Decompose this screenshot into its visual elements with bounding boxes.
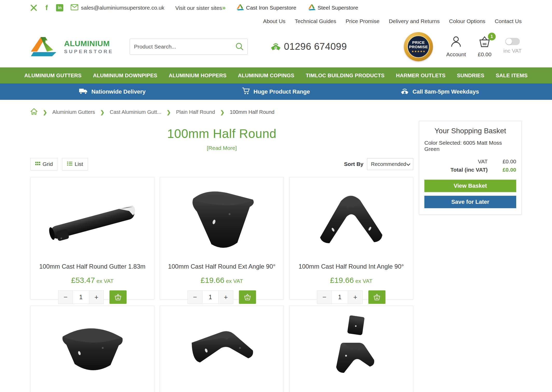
search-box	[130, 39, 248, 55]
twitter-x-icon[interactable]	[30, 4, 37, 11]
qty-plus-button[interactable]: +	[218, 290, 233, 304]
product-image[interactable]	[305, 312, 398, 389]
toolbar: Grid List Sort By Recommended	[30, 158, 413, 170]
product-price: £19.66ex VAT	[201, 276, 243, 285]
breadcrumb-home-icon[interactable]	[30, 108, 38, 116]
nav-sundries[interactable]: SUNDRIES	[457, 73, 484, 79]
phone-number: 01296 674099	[284, 41, 347, 52]
top-bar: f in sales@aluminiumsuperstore.co.uk Vis…	[0, 0, 552, 12]
nav-sale-items[interactable]: SALE ITEMS	[496, 73, 528, 79]
site-logo[interactable]: ALUMINIUM SUPERSTORE	[30, 35, 114, 58]
basket-total: £0.00	[478, 51, 492, 58]
basket-total-row: Total (inc VAT) £0.00	[424, 167, 516, 173]
basket-color-selected: Color Selected: 6005 Matt Moss Green	[424, 140, 516, 152]
logo-text: ALUMINIUM SUPERSTORE	[64, 39, 114, 54]
save-for-later-button[interactable]: Save for Later	[424, 196, 516, 208]
nav-timloc-building-products[interactable]: TIMLOC BUILDING PRODUCTS	[306, 73, 385, 79]
account-label: Account	[446, 51, 466, 58]
product-card: 100mm Cast Half Round Int Angle 90° £19.…	[289, 177, 413, 299]
basket-button[interactable]: 1 £0.00	[478, 36, 492, 58]
basket-count-badge: 1	[488, 33, 496, 40]
qty-minus-button[interactable]: −	[317, 290, 332, 304]
product-card: 100mm Cast Half Round Ext Angle 90° £19.…	[160, 177, 284, 299]
cart-icon	[242, 87, 250, 96]
logo-triangle-icon	[30, 35, 60, 58]
linkedin-icon[interactable]: in	[56, 4, 63, 11]
breadcrumb-aluminium-gutters[interactable]: Aluminium Gutters	[52, 109, 95, 115]
breadcrumb-cast-aluminium-gutters[interactable]: Cast Aluminium Gutt...	[110, 109, 161, 115]
quantity-stepper: − +	[58, 290, 127, 304]
product-card: 100mm Cast Half Round Gutter 1.83m £53.4…	[30, 177, 154, 299]
info-huge-product-range: Huge Product Range	[194, 83, 358, 100]
sister-sites-label: Visit our sister sites»	[175, 4, 225, 11]
list-view-button[interactable]: List	[62, 158, 88, 170]
call-icon	[401, 87, 409, 96]
utility-nav-colour-options[interactable]: Colour Options	[449, 18, 485, 24]
product-price: £53.47ex VAT	[71, 276, 114, 285]
quantity-stepper: − +	[317, 290, 385, 304]
product-image[interactable]	[175, 312, 268, 389]
product-title[interactable]: 100mm Cast Half Round Gutter 1.83m	[39, 263, 146, 270]
vat-toggle[interactable]	[505, 38, 520, 45]
header: ALUMINIUM SUPERSTORE 01296 674099 PRICE …	[30, 29, 522, 67]
facebook-icon[interactable]: f	[45, 4, 48, 11]
product-title[interactable]: 100mm Cast Half Round Ext Angle 90°	[168, 263, 275, 270]
qty-input[interactable]	[73, 290, 89, 304]
read-more-link[interactable]: [Read More]	[30, 145, 413, 151]
account-button[interactable]: Account	[446, 36, 466, 58]
qty-plus-button[interactable]: +	[89, 290, 104, 304]
utility-nav-about[interactable]: About Us	[263, 18, 285, 24]
product-title[interactable]: 100mm Cast Half Round Int Angle 90°	[299, 263, 404, 270]
product-card: 100mm Cast Half Round Non Std Angle	[289, 306, 413, 392]
utility-nav-delivery-returns[interactable]: Delivery and Returns	[389, 18, 440, 24]
search-input[interactable]	[130, 39, 248, 55]
add-to-basket-button[interactable]	[239, 290, 256, 304]
chevron-right-icon: ❯	[100, 109, 105, 115]
chevron-right-icon: ❯	[220, 109, 225, 115]
email-link[interactable]: sales@aluminiumsuperstore.co.uk	[71, 4, 164, 12]
qty-plus-button[interactable]: +	[348, 290, 363, 304]
nav-aluminium-downpipes[interactable]: ALUMINIUM DOWNPIPES	[93, 73, 157, 79]
cast-iron-logo-icon	[237, 4, 244, 12]
product-image[interactable]	[175, 183, 268, 261]
product-price: £19.66ex VAT	[330, 276, 372, 285]
sort-select[interactable]: Recommended	[367, 158, 413, 170]
add-to-basket-button[interactable]	[368, 290, 385, 304]
nav-aluminium-hoppers[interactable]: ALUMINIUM HOPPERS	[169, 73, 226, 79]
basket-widget-title: Your Shopping Basket	[424, 127, 516, 135]
product-image[interactable]	[46, 312, 139, 389]
add-to-basket-button[interactable]	[109, 290, 127, 304]
qty-minus-button[interactable]: −	[188, 290, 202, 304]
product-image[interactable]	[46, 183, 139, 261]
info-call-weekdays: Call 8am-5pm Weekdays	[358, 83, 522, 100]
product-image[interactable]	[305, 183, 398, 261]
info-nationwide-delivery: Nationwide Delivery	[30, 83, 194, 100]
sister-site-steel[interactable]: Steel Superstore	[308, 4, 358, 12]
view-basket-button[interactable]: View Basket	[424, 180, 516, 192]
utility-nav-price-promise[interactable]: Price Promise	[346, 18, 380, 24]
nav-aluminium-gutters[interactable]: ALUMINIUM GUTTERS	[24, 73, 82, 79]
utility-nav-technical-guides[interactable]: Technical Guides	[295, 18, 336, 24]
nav-aluminium-copings[interactable]: ALUMINIUM COPINGS	[238, 73, 294, 79]
phone-link[interactable]: 01296 674099	[270, 41, 347, 52]
qty-input[interactable]	[332, 290, 348, 304]
chevron-down-icon	[406, 161, 410, 167]
quantity-stepper: − +	[188, 290, 256, 304]
search-icon[interactable]	[235, 42, 244, 52]
vat-toggle-knob	[506, 38, 512, 45]
breadcrumb: ❯ Aluminium Gutters ❯ Cast Aluminium Gut…	[30, 100, 522, 119]
utility-nav-contact[interactable]: Contact Us	[495, 18, 522, 24]
product-grid: 100mm Cast Half Round Gutter 1.83m £53.4…	[30, 177, 413, 392]
list-icon	[67, 161, 73, 167]
steel-logo-icon	[308, 4, 316, 12]
breadcrumb-plain-half-round[interactable]: Plain Half Round	[176, 109, 215, 115]
vat-toggle-label: inc VAT	[503, 48, 522, 54]
qty-input[interactable]	[202, 290, 218, 304]
vat-toggle-group: inc VAT	[503, 36, 522, 54]
basket-vat-row: VAT £0.00	[424, 158, 516, 165]
chevron-right-icon: ❯	[167, 109, 171, 115]
grid-view-button[interactable]: Grid	[30, 158, 58, 170]
qty-minus-button[interactable]: −	[58, 290, 73, 304]
sister-site-cast-iron[interactable]: Cast Iron Superstore	[237, 4, 296, 12]
nav-harmer-outlets[interactable]: HARMER OUTLETS	[396, 73, 446, 79]
